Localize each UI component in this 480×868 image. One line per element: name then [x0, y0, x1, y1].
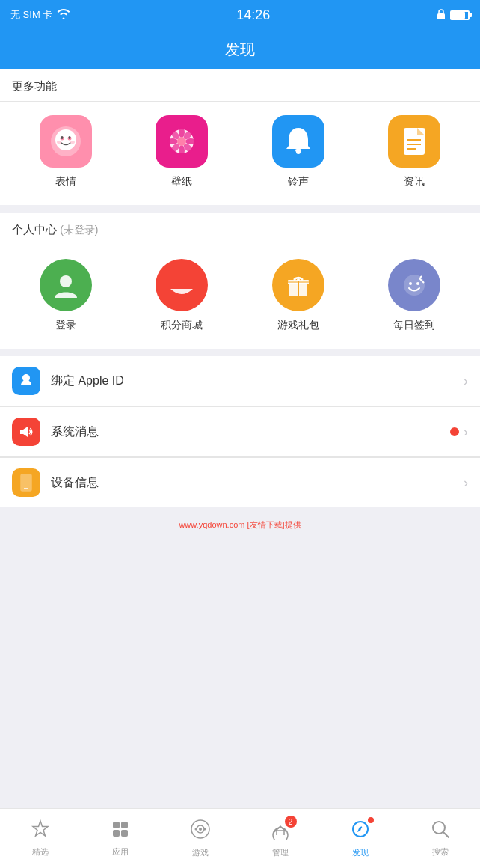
manage-icon: 2 [270, 819, 291, 844]
svg-point-12 [167, 138, 178, 144]
discover-dot [368, 817, 374, 823]
manage-badge: 2 [285, 816, 297, 828]
games-icon [190, 819, 211, 844]
apps-icon [111, 819, 130, 843]
svg-rect-22 [417, 128, 425, 135]
tab-games[interactable]: 游戏 [160, 809, 240, 868]
apple-id-row[interactable]: 绑定 Apple ID › [0, 356, 480, 406]
svg-line-36 [420, 276, 422, 278]
news-icon [388, 115, 440, 168]
device-info-icon [12, 468, 40, 497]
sim-text: 无 SIM 卡 [10, 8, 52, 22]
feature-news[interactable]: 资讯 [388, 115, 440, 189]
wallpaper-icon [156, 115, 208, 168]
chevron-icon: › [464, 373, 468, 389]
tab-featured-label: 精选 [32, 846, 49, 858]
svg-point-32 [404, 275, 425, 296]
features-grid: 表情 [0, 102, 480, 205]
svg-point-33 [409, 282, 412, 285]
status-right [436, 8, 470, 22]
svg-line-51 [443, 832, 449, 837]
status-time: 14:26 [236, 7, 270, 23]
emoji-icon [40, 115, 92, 168]
emoji-label: 表情 [55, 175, 76, 189]
features-section: 更多功能 [0, 69, 480, 205]
watermark: www.yqdown.com [友情下载]提供 [0, 515, 480, 598]
apple-id-label: 绑定 Apple ID [51, 373, 464, 389]
svg-point-5 [61, 136, 63, 139]
search-icon [431, 819, 450, 843]
tab-discover-label: 发现 [352, 847, 369, 858]
signin-icon [388, 259, 440, 311]
feature-emoji[interactable]: 表情 [40, 115, 92, 189]
personal-grid: 登录 积分商城 [0, 245, 480, 349]
svg-point-34 [416, 282, 419, 285]
system-message-label: 系统消息 [51, 424, 450, 440]
feature-ringtone[interactable]: 铃声 [272, 115, 324, 189]
system-message-row[interactable]: 系统消息 › [0, 407, 480, 457]
tab-featured[interactable]: 精选 [0, 809, 80, 868]
svg-point-7 [57, 141, 61, 144]
tab-games-label: 游戏 [192, 847, 209, 858]
feature-wallpaper[interactable]: 壁纸 [156, 115, 208, 189]
device-info-row[interactable]: 设备信息 › [0, 458, 480, 507]
ringtone-icon [272, 115, 324, 168]
login-icon [40, 259, 92, 311]
personal-signin[interactable]: 每日签到 [388, 259, 440, 332]
page-header: 发现 [0, 30, 480, 69]
svg-point-8 [70, 141, 75, 144]
tab-apps[interactable]: 应用 [80, 809, 160, 868]
tab-search-label: 搜索 [432, 846, 449, 858]
tab-manage[interactable]: 2 管理 [240, 809, 320, 868]
svg-point-31 [297, 278, 300, 281]
personal-section: 个人中心 (未登录) 登录 [0, 213, 480, 349]
gifts-label: 游戏礼包 [277, 319, 319, 332]
featured-icon [31, 819, 50, 843]
signin-label: 每日签到 [393, 319, 435, 332]
svg-rect-42 [121, 830, 128, 837]
svg-rect-39 [113, 822, 120, 828]
wifi-icon [57, 9, 70, 22]
system-message-icon [12, 418, 40, 446]
svg-point-48 [273, 828, 288, 840]
svg-rect-0 [437, 13, 445, 19]
device-info-right: › [464, 475, 468, 491]
points-icon [156, 259, 208, 311]
svg-point-6 [68, 136, 70, 139]
features-section-title: 更多功能 [0, 69, 480, 101]
login-label: 登录 [55, 319, 76, 332]
points-label: 积分商城 [161, 319, 203, 332]
ringtone-label: 铃声 [288, 175, 309, 189]
svg-point-11 [179, 145, 185, 156]
tab-bar: 精选 应用 游戏 [0, 808, 480, 868]
lock-icon [436, 8, 446, 22]
apple-id-icon [12, 367, 40, 395]
chevron-icon3: › [464, 475, 468, 491]
personal-login[interactable]: 登录 [40, 259, 92, 332]
device-info-label: 设备信息 [51, 475, 464, 491]
svg-point-26 [60, 275, 72, 287]
tab-manage-label: 管理 [272, 847, 289, 858]
battery-icon [450, 10, 470, 20]
svg-point-18 [177, 137, 186, 146]
svg-point-46 [194, 828, 197, 831]
personal-points[interactable]: 积分商城 [156, 259, 208, 332]
chevron-icon2: › [464, 424, 468, 440]
tab-search[interactable]: 搜索 [400, 809, 480, 868]
svg-point-47 [203, 828, 206, 831]
notification-dot [450, 427, 459, 436]
apple-id-right: › [464, 373, 468, 389]
svg-rect-41 [113, 830, 120, 837]
system-message-right: › [450, 424, 468, 440]
personal-section-title: 个人中心 (未登录) [0, 213, 480, 245]
status-left: 无 SIM 卡 [10, 8, 70, 22]
page-title: 发现 [225, 40, 255, 60]
svg-rect-40 [121, 822, 128, 828]
tab-discover[interactable]: 发现 [320, 809, 400, 868]
svg-point-10 [179, 127, 185, 138]
svg-point-2 [55, 129, 76, 150]
svg-point-20 [296, 150, 301, 154]
news-label: 资讯 [404, 175, 425, 189]
list-section: 绑定 Apple ID › 系统消息 › [0, 356, 480, 507]
personal-gifts[interactable]: 游戏礼包 [272, 259, 324, 332]
